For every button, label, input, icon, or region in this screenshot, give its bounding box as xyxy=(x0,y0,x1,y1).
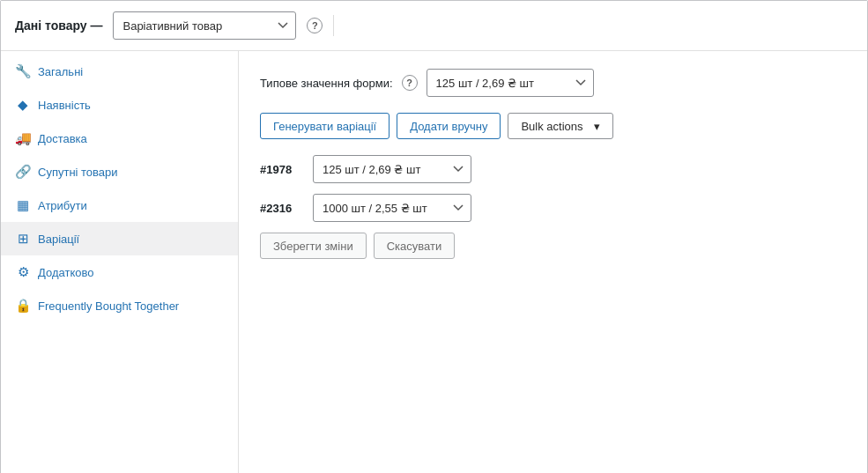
body: 🔧Загальні◆Наявність🚚Доставка🔗Супутні тов… xyxy=(1,51,867,473)
sidebar-item-label-related: Супутні товари xyxy=(38,166,118,179)
bulk-actions-button[interactable]: Bulk actions ▾ xyxy=(508,113,613,139)
form-default-row: Типове значення форми: ? 125 шт / 2,69 ₴… xyxy=(260,69,846,97)
attributes-icon: ▦ xyxy=(15,197,31,213)
sidebar-item-general[interactable]: 🔧Загальні xyxy=(1,55,238,88)
sidebar-item-label-general: Загальні xyxy=(38,65,83,78)
footer-row: Зберегти зміни Скасувати xyxy=(260,233,846,259)
availability-icon: ◆ xyxy=(15,97,31,113)
sidebar: 🔧Загальні◆Наявність🚚Доставка🔗Супутні тов… xyxy=(1,51,239,473)
variation-row: #2316125 шт / 2,69 ₴ шт1000 шт / 2,55 ₴ … xyxy=(260,194,846,222)
header-divider xyxy=(333,15,334,36)
sidebar-item-label-attributes: Атрибути xyxy=(38,199,87,212)
generate-variations-button[interactable]: Генерувати варіації xyxy=(260,113,389,139)
variation-row: #1978125 шт / 2,69 ₴ шт1000 шт / 2,55 ₴ … xyxy=(260,155,846,183)
save-button[interactable]: Зберегти зміни xyxy=(260,233,367,259)
help-icon[interactable]: ? xyxy=(307,18,323,33)
variations-list: #1978125 шт / 2,69 ₴ шт1000 шт / 2,55 ₴ … xyxy=(260,155,846,222)
sidebar-item-delivery[interactable]: 🚚Доставка xyxy=(1,122,238,155)
header-title: Дані товару — xyxy=(15,18,102,33)
sidebar-item-extra[interactable]: ⚙Додатково xyxy=(1,255,238,289)
main-content: Типове значення форми: ? 125 шт / 2,69 ₴… xyxy=(239,51,867,473)
sidebar-item-related[interactable]: 🔗Супутні товари xyxy=(1,155,238,188)
sidebar-item-label-fbt: Frequently Bought Together xyxy=(38,299,179,313)
add-manual-button[interactable]: Додати вручну xyxy=(397,113,501,139)
bulk-actions-label: Bulk actions xyxy=(521,120,582,133)
sidebar-item-attributes[interactable]: ▦Атрибути xyxy=(1,188,238,222)
variation-id: #2316 xyxy=(260,202,304,215)
header: Дані товару — Простий товарВаріативний т… xyxy=(1,1,867,51)
product-type-wrap: Простий товарВаріативний товарЗгруповани… xyxy=(113,11,296,40)
variation-select[interactable]: 125 шт / 2,69 ₴ шт1000 шт / 2,55 ₴ шт xyxy=(313,194,471,222)
variations-icon: ⊞ xyxy=(15,231,31,247)
sidebar-item-availability[interactable]: ◆Наявність xyxy=(1,88,238,122)
variation-id: #1978 xyxy=(260,163,304,176)
delivery-icon: 🚚 xyxy=(15,130,31,146)
cancel-button[interactable]: Скасувати xyxy=(374,233,456,259)
sidebar-item-variations[interactable]: ⊞Варіації xyxy=(1,222,238,255)
product-data-container: Дані товару — Простий товарВаріативний т… xyxy=(0,0,868,473)
actions-row: Генерувати варіації Додати вручну Bulk a… xyxy=(260,113,846,139)
related-icon: 🔗 xyxy=(15,164,31,180)
fbt-icon: 🔒 xyxy=(15,298,31,314)
variation-select[interactable]: 125 шт / 2,69 ₴ шт1000 шт / 2,55 ₴ шт xyxy=(313,155,471,183)
sidebar-item-label-availability: Наявність xyxy=(38,99,91,112)
bulk-actions-chevron-icon: ▾ xyxy=(594,120,600,133)
sidebar-item-label-variations: Варіації xyxy=(38,233,79,246)
sidebar-item-label-delivery: Доставка xyxy=(38,132,87,145)
sidebar-item-fbt[interactable]: 🔒Frequently Bought Together xyxy=(1,289,238,322)
product-type-select[interactable]: Простий товарВаріативний товарЗгруповани… xyxy=(113,11,296,40)
form-help-icon[interactable]: ? xyxy=(402,75,418,91)
form-label: Типове значення форми: xyxy=(260,77,393,90)
sidebar-item-label-extra: Додатково xyxy=(38,266,93,279)
form-default-select[interactable]: 125 шт / 2,69 ₴ шт1000 шт / 2,55 ₴ шт xyxy=(427,69,594,97)
extra-icon: ⚙ xyxy=(15,264,31,280)
general-icon: 🔧 xyxy=(15,63,31,79)
